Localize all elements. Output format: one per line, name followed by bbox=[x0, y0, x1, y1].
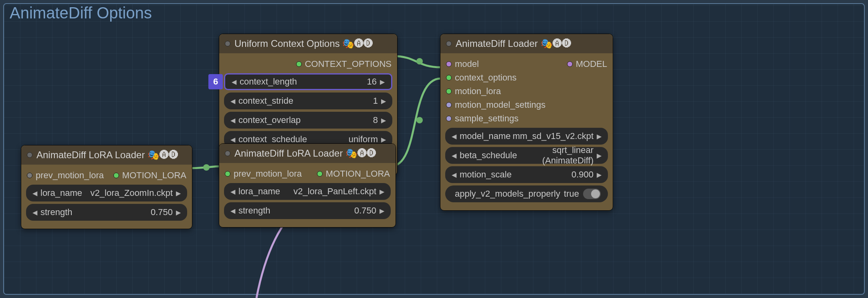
decrement-icon[interactable]: ◀ bbox=[451, 133, 457, 140]
input-model[interactable]: model bbox=[446, 59, 479, 69]
decrement-icon[interactable]: ◀ bbox=[32, 189, 38, 197]
node-header[interactable]: AnimateDiff Loader 🎭🅐🅓 bbox=[440, 34, 613, 53]
widget-strength[interactable]: ◀ strength 0.750 ▶ bbox=[224, 202, 391, 219]
node-lora-loader-2[interactable]: AnimateDiff LoRA Loader 🎭🅐🅓 prev_motion_… bbox=[219, 143, 396, 228]
widget-label: lora_name bbox=[238, 186, 293, 197]
increment-icon[interactable]: ▶ bbox=[596, 171, 602, 179]
node-header[interactable]: Uniform Context Options 🎭🅐🅓 bbox=[219, 34, 397, 53]
port-dot-icon[interactable] bbox=[225, 171, 230, 177]
port-dot-icon[interactable] bbox=[446, 75, 452, 81]
node-lora-loader-1[interactable]: AnimateDiff LoRA Loader 🎭🅐🅓 prev_motion_… bbox=[21, 145, 192, 229]
input-sample-settings[interactable]: sample_settings bbox=[446, 113, 519, 124]
widget-strength[interactable]: ◀ strength 0.750 ▶ bbox=[26, 204, 187, 221]
widget-lora-name[interactable]: ◀ lora_name v2_lora_PanLeft.ckpt ▶ bbox=[224, 183, 391, 200]
node-body: prev_motion_lora MOTION_LORA ◀ lora_name… bbox=[219, 163, 396, 227]
output-label: MODEL bbox=[576, 59, 607, 69]
node-animatediff-loader[interactable]: AnimateDiff Loader 🎭🅐🅓 model MODEL conte… bbox=[440, 34, 613, 211]
input-motion-model-settings[interactable]: motion_model_settings bbox=[446, 100, 545, 110]
widget-value[interactable]: v2_lora_ZoomIn.ckpt bbox=[91, 188, 173, 198]
widget-value[interactable]: v2_lora_PanLeft.ckpt bbox=[293, 186, 376, 197]
widget-label: strength bbox=[40, 207, 151, 217]
port-dot-icon[interactable] bbox=[296, 61, 302, 67]
widget-value[interactable]: 16 bbox=[367, 77, 377, 87]
widget-label: lora_name bbox=[40, 188, 91, 198]
widget-motion-scale[interactable]: ◀ motion_scale 0.900 ▶ bbox=[445, 166, 608, 183]
output-context-options[interactable]: CONTEXT_OPTIONS bbox=[296, 59, 392, 69]
decrement-icon[interactable]: ◀ bbox=[230, 97, 236, 105]
collapse-dot-icon[interactable] bbox=[446, 41, 452, 46]
decrement-icon[interactable]: ◀ bbox=[451, 152, 457, 159]
increment-icon[interactable]: ▶ bbox=[380, 117, 387, 124]
widget-label: strength bbox=[238, 205, 354, 216]
decrement-icon[interactable]: ◀ bbox=[230, 207, 236, 215]
group-title: AnimateDiff Options bbox=[10, 4, 152, 22]
increment-icon[interactable]: ▶ bbox=[596, 152, 602, 159]
widget-label: model_name bbox=[460, 131, 513, 141]
decrement-icon[interactable]: ◀ bbox=[231, 78, 237, 86]
output-motion-lora[interactable]: MOTION_LORA bbox=[317, 169, 390, 179]
input-motion-lora[interactable]: motion_lora bbox=[446, 86, 501, 97]
input-label: sample_settings bbox=[455, 113, 519, 124]
increment-icon[interactable]: ▶ bbox=[175, 189, 182, 197]
decrement-icon[interactable]: ◀ bbox=[230, 117, 236, 124]
node-body: model MODEL context_options motion_lora … bbox=[440, 53, 613, 210]
port-dot-icon[interactable] bbox=[446, 89, 452, 94]
output-motion-lora[interactable]: MOTION_LORA bbox=[113, 170, 186, 181]
widget-apply-v2[interactable]: apply_v2_models_properly true bbox=[445, 185, 608, 202]
widget-model-name[interactable]: ◀ model_name mm_sd_v15_v2.ckpt ▶ bbox=[445, 128, 608, 145]
widget-context-overlap[interactable]: ◀ context_overlap 8 ▶ bbox=[224, 112, 392, 129]
output-label: CONTEXT_OPTIONS bbox=[305, 59, 392, 69]
increment-icon[interactable]: ▶ bbox=[380, 97, 387, 105]
port-dot-icon[interactable] bbox=[446, 61, 452, 67]
increment-icon[interactable]: ▶ bbox=[379, 207, 385, 215]
decrement-icon[interactable]: ◀ bbox=[230, 188, 236, 195]
decrement-icon[interactable]: ◀ bbox=[230, 136, 236, 143]
increment-icon[interactable]: ▶ bbox=[379, 78, 386, 86]
collapse-dot-icon[interactable] bbox=[225, 41, 230, 46]
input-label: model bbox=[455, 59, 479, 69]
widget-value[interactable]: 1 bbox=[373, 96, 378, 106]
node-title: AnimateDiff Loader 🎭🅐🅓 bbox=[456, 38, 607, 49]
widget-value[interactable]: 0.750 bbox=[354, 205, 376, 216]
widget-value[interactable]: 8 bbox=[373, 115, 378, 125]
increment-icon[interactable]: ▶ bbox=[380, 136, 387, 143]
widget-lora-name[interactable]: ◀ lora_name v2_lora_ZoomIn.ckpt ▶ bbox=[26, 185, 187, 201]
node-header[interactable]: AnimateDiff LoRA Loader 🎭🅐🅓 bbox=[21, 145, 192, 165]
widget-value[interactable]: 0.900 bbox=[571, 169, 593, 180]
decrement-icon[interactable]: ◀ bbox=[451, 171, 457, 179]
port-dot-icon[interactable] bbox=[567, 61, 573, 67]
widget-value[interactable]: 0.750 bbox=[151, 207, 173, 217]
port-dot-icon[interactable] bbox=[27, 173, 32, 178]
widget-context-length[interactable]: 6 ◀ context_length 16 ▶ bbox=[224, 73, 392, 90]
increment-icon[interactable]: ▶ bbox=[175, 209, 182, 216]
collapse-dot-icon[interactable] bbox=[27, 152, 32, 158]
queue-badge: 6 bbox=[208, 74, 223, 89]
output-model[interactable]: MODEL bbox=[567, 59, 607, 69]
increment-icon[interactable]: ▶ bbox=[379, 188, 385, 195]
port-dot-icon[interactable] bbox=[317, 171, 323, 177]
node-header[interactable]: AnimateDiff LoRA Loader 🎭🅐🅓 bbox=[219, 144, 396, 163]
input-prev-motion-lora[interactable]: prev_motion_lora bbox=[27, 170, 104, 181]
port-dot-icon[interactable] bbox=[113, 173, 119, 178]
node-title: AnimateDiff LoRA Loader 🎭🅐🅓 bbox=[36, 149, 186, 161]
widget-label: beta_schedule bbox=[460, 150, 517, 161]
increment-icon[interactable]: ▶ bbox=[596, 133, 602, 140]
input-label: prev_motion_lora bbox=[234, 169, 302, 179]
widget-value[interactable]: mm_sd_v15_v2.ckpt bbox=[513, 131, 593, 141]
widget-beta-schedule[interactable]: ◀ beta_schedule sqrt_linear (AnimateDiff… bbox=[445, 147, 608, 164]
port-dot-icon[interactable] bbox=[446, 116, 452, 121]
output-label: MOTION_LORA bbox=[326, 169, 390, 179]
collapse-dot-icon[interactable] bbox=[225, 151, 230, 156]
widget-value[interactable]: sqrt_linear (AnimateDiff) bbox=[517, 145, 593, 166]
widget-label: apply_v2_models_properly bbox=[455, 189, 560, 199]
decrement-icon[interactable]: ◀ bbox=[32, 209, 38, 216]
input-prev-motion-lora[interactable]: prev_motion_lora bbox=[225, 169, 302, 179]
node-title: Uniform Context Options 🎭🅐🅓 bbox=[234, 38, 392, 49]
input-context-options[interactable]: context_options bbox=[446, 72, 517, 83]
port-dot-icon[interactable] bbox=[446, 102, 452, 108]
node-title: AnimateDiff LoRA Loader 🎭🅐🅓 bbox=[234, 148, 390, 159]
toggle-icon[interactable] bbox=[583, 189, 601, 199]
widget-context-stride[interactable]: ◀ context_stride 1 ▶ bbox=[224, 93, 392, 109]
output-label: MOTION_LORA bbox=[122, 170, 186, 181]
input-label: motion_lora bbox=[455, 86, 501, 97]
